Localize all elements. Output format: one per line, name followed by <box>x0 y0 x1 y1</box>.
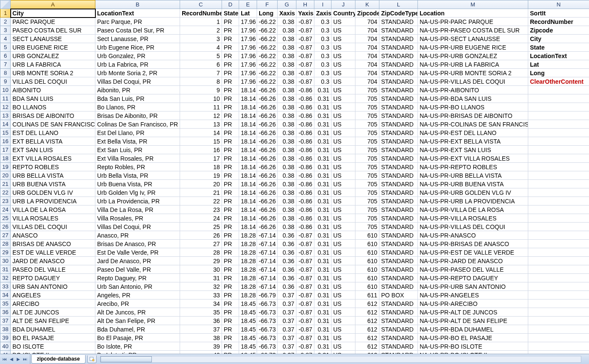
cell-H21[interactable]: -0.86 <box>296 180 314 188</box>
cell-E35[interactable]: 18.45 <box>239 299 257 308</box>
cell-C15[interactable]: 14 <box>180 129 222 137</box>
cell-B21[interactable]: Urb Buena Vista, PR <box>95 180 180 188</box>
cell-N26[interactable] <box>528 223 589 231</box>
cell-B17[interactable]: Ext San Luis, PR <box>95 146 180 154</box>
cell-D38[interactable]: PR <box>222 325 239 334</box>
cell-K19[interactable]: 705 <box>355 163 379 171</box>
cell-N32[interactable] <box>528 274 589 282</box>
cell-F34[interactable]: -66.79 <box>257 291 278 299</box>
cell-N5[interactable]: State <box>528 43 589 52</box>
cell-L2[interactable]: STANDARD <box>379 18 418 26</box>
col-header-M[interactable]: M <box>418 0 528 9</box>
cell-E22[interactable]: 18.14 <box>239 188 257 197</box>
row-header-21[interactable]: 21 <box>0 180 11 188</box>
cell-B10[interactable]: Aibonito, PR <box>95 86 180 94</box>
cell-H20[interactable]: -0.86 <box>296 171 314 180</box>
cell-D15[interactable]: PR <box>222 129 239 137</box>
cell-I31[interactable]: 0.31 <box>314 265 331 274</box>
cell-H37[interactable]: -0.87 <box>296 317 314 325</box>
cell-B12[interactable]: Bo Llanos, PR <box>95 103 180 112</box>
col-header-F[interactable]: F <box>257 0 278 9</box>
cell-J10[interactable]: US <box>331 86 355 94</box>
cell-J18[interactable]: US <box>331 154 355 163</box>
cell-F11[interactable]: -66.26 <box>257 94 278 103</box>
cell-I33[interactable]: 0.31 <box>314 282 331 291</box>
cell-I5[interactable]: 0.3 <box>314 43 331 52</box>
cell-G21[interactable]: 0.38 <box>278 180 296 188</box>
row-header-24[interactable]: 24 <box>0 205 11 214</box>
cell-K5[interactable]: 704 <box>355 43 379 52</box>
cell-A8[interactable]: URB MONTE SORIA 2 <box>11 69 95 77</box>
cell-L39[interactable]: STANDARD <box>379 334 418 342</box>
cell-A33[interactable]: URB SAN ANTONIO <box>11 282 95 291</box>
cell-M8[interactable]: NA-US-PR-URB MONTE SORIA 2 <box>418 69 528 77</box>
cell-K6[interactable]: 704 <box>355 52 379 60</box>
cell-F12[interactable]: -66.26 <box>257 103 278 112</box>
cell-F3[interactable]: -66.22 <box>257 26 278 35</box>
row-header-11[interactable]: 11 <box>0 94 11 103</box>
cell-F7[interactable]: -66.22 <box>257 60 278 69</box>
cell-G8[interactable]: 0.38 <box>278 69 296 77</box>
col-header-C[interactable]: C <box>180 0 222 9</box>
cell-F6[interactable]: -66.22 <box>257 52 278 60</box>
cell-D23[interactable]: PR <box>222 197 239 205</box>
cell-K13[interactable]: 705 <box>355 112 379 120</box>
col-header-L[interactable]: L <box>379 0 418 9</box>
cell-L38[interactable]: STANDARD <box>379 325 418 334</box>
cell-M26[interactable]: NA-US-PR-VILLAS DEL COQUI <box>418 223 528 231</box>
cell-J7[interactable]: US <box>331 60 355 69</box>
cell-N40[interactable] <box>528 342 589 351</box>
cell-B25[interactable]: Villa Rosales, PR <box>95 214 180 223</box>
cell-I14[interactable]: 0.31 <box>314 120 331 129</box>
cell-G11[interactable]: 0.38 <box>278 94 296 103</box>
cell-G32[interactable]: 0.36 <box>278 274 296 282</box>
cell-B38[interactable]: Bda Duhamel, PR <box>95 325 180 334</box>
cell-H9[interactable]: -0.87 <box>296 77 314 86</box>
row-header-10[interactable]: 10 <box>0 86 11 94</box>
cell-G10[interactable]: 0.38 <box>278 86 296 94</box>
cell-B9[interactable]: Villas Del Coqui, PR <box>95 77 180 86</box>
cell-D40[interactable]: PR <box>222 342 239 351</box>
cell-M16[interactable]: NA-US-PR-EXT BELLA VISTA <box>418 137 528 146</box>
cell-J1[interactable]: Country <box>331 9 355 18</box>
cell-J15[interactable]: US <box>331 129 355 137</box>
cell-I25[interactable]: 0.31 <box>314 214 331 223</box>
cell-A23[interactable]: URB LA PROVIDENCIA <box>11 197 95 205</box>
cell-I36[interactable]: 0.31 <box>314 308 331 317</box>
cell-B39[interactable]: Bo El Pasaje, PR <box>95 334 180 342</box>
cell-J24[interactable]: US <box>331 205 355 214</box>
cell-L15[interactable]: STANDARD <box>379 129 418 137</box>
cell-D33[interactable]: PR <box>222 282 239 291</box>
cell-A35[interactable]: ARECIBO <box>11 299 95 308</box>
cell-N19[interactable] <box>528 163 589 171</box>
cell-A15[interactable]: EST DEL LLANO <box>11 129 95 137</box>
cell-H27[interactable]: -0.87 <box>296 231 314 240</box>
cell-L18[interactable]: STANDARD <box>379 154 418 163</box>
cell-F37[interactable]: -66.73 <box>257 317 278 325</box>
cell-F31[interactable]: -67.14 <box>257 265 278 274</box>
cell-M9[interactable]: NA-US-PR-VILLAS DEL COQUI <box>418 77 528 86</box>
cell-M35[interactable]: NA-US-PR-ARECIBO <box>418 299 528 308</box>
cell-B22[interactable]: Urb Golden Vlg Iv, PR <box>95 188 180 197</box>
cell-A34[interactable]: ANGELES <box>11 291 95 299</box>
cell-J4[interactable]: US <box>331 35 355 43</box>
cell-J32[interactable]: US <box>331 274 355 282</box>
cell-I17[interactable]: 0.31 <box>314 146 331 154</box>
cell-L35[interactable]: STANDARD <box>379 299 418 308</box>
cell-L8[interactable]: STANDARD <box>379 69 418 77</box>
cell-N20[interactable] <box>528 171 589 180</box>
cell-K1[interactable]: Zipcode <box>355 9 379 18</box>
cell-K4[interactable]: 704 <box>355 35 379 43</box>
cell-L40[interactable]: STANDARD <box>379 342 418 351</box>
cell-F39[interactable]: -66.73 <box>257 334 278 342</box>
cell-E29[interactable]: 18.28 <box>239 248 257 257</box>
row-header-16[interactable]: 16 <box>0 137 11 146</box>
cell-G37[interactable]: 0.37 <box>278 317 296 325</box>
cell-C10[interactable]: 9 <box>180 86 222 94</box>
cell-K28[interactable]: 610 <box>355 240 379 248</box>
cell-H39[interactable]: -0.87 <box>296 334 314 342</box>
cell-J14[interactable]: US <box>331 120 355 129</box>
cell-C26[interactable]: 25 <box>180 223 222 231</box>
cell-A3[interactable]: PASEO COSTA DEL SUR <box>11 26 95 35</box>
cell-G12[interactable]: 0.38 <box>278 103 296 112</box>
